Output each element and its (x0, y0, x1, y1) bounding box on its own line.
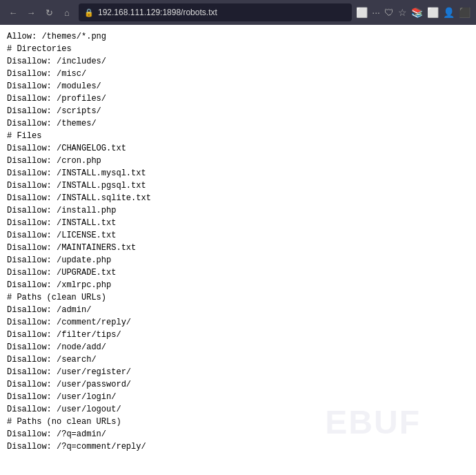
content-area: Allow: /themes/*.png# DirectoriesDisallo… (0, 25, 476, 475)
list-item: Disallow: /filter/tips/ (7, 329, 469, 341)
list-item: # Paths (clean URLs) (7, 291, 469, 304)
menu-icon[interactable]: ··· (372, 7, 380, 18)
tab-icon[interactable]: ⬜ (427, 7, 439, 18)
list-item: # Paths (no clean URLs) (7, 416, 469, 428)
list-item: Disallow: /install.php (7, 204, 469, 217)
list-item: Disallow: /MAINTAINERS.txt (7, 242, 469, 254)
list-item: Disallow: /modules/ (7, 80, 469, 93)
list-item: Disallow: /comment/reply/ (7, 316, 469, 329)
list-item: Disallow: /LICENSE.txt (7, 229, 469, 242)
address-text: 192.168.111.129:1898/robots.txt (98, 8, 346, 17)
bookmarks-icon[interactable]: 📚 (411, 7, 423, 18)
forward-button[interactable]: → (23, 5, 39, 20)
lock-icon: 🔒 (84, 8, 94, 17)
list-item: Disallow: /themes/ (7, 117, 469, 130)
profile-icon[interactable]: 👤 (443, 7, 455, 18)
list-item: Disallow: /user/logout/ (7, 403, 469, 416)
browser-toolbar: ← → ↻ ⌂ 🔒 192.168.111.129:1898/robots.tx… (0, 0, 476, 25)
list-item: Disallow: /user/login/ (7, 391, 469, 403)
list-item: Allow: /themes/*.png (7, 30, 469, 43)
list-item: Disallow: /xmlrpc.php (7, 279, 469, 291)
browser-chrome: ← → ↻ ⌂ 🔒 192.168.111.129:1898/robots.tx… (0, 0, 476, 25)
star-icon[interactable]: ☆ (398, 7, 407, 18)
list-item: Disallow: /includes/ (7, 55, 469, 68)
list-item: Disallow: /admin/ (7, 304, 469, 316)
list-item: Disallow: /INSTALL.sqlite.txt (7, 192, 469, 204)
list-item: Disallow: /INSTALL.mysql.txt (7, 167, 469, 180)
list-item: Disallow: /UPGRADE.txt (7, 266, 469, 279)
list-item: Disallow: /CHANGELOG.txt (7, 142, 469, 155)
toolbar-right: ⬜ ··· 🛡 ☆ 📚 ⬜ 👤 ⬛ (356, 7, 470, 18)
reload-button[interactable]: ↻ (41, 5, 57, 20)
list-item: Disallow: /node/add/ (7, 341, 469, 353)
home-button[interactable]: ⌂ (59, 5, 75, 20)
list-item: Disallow: /misc/ (7, 68, 469, 80)
list-item: # Files (7, 130, 469, 142)
list-item: Disallow: /INSTALL.pgsql.txt (7, 180, 469, 192)
list-item: Disallow: /?q=comment/reply/ (7, 440, 469, 453)
address-bar[interactable]: 🔒 192.168.111.129:1898/robots.txt (79, 3, 352, 21)
nav-buttons: ← → ↻ ⌂ (6, 5, 75, 20)
extensions-icon[interactable]: ⬛ (459, 7, 470, 18)
list-item: Disallow: /scripts/ (7, 105, 469, 117)
list-item: Disallow: /?q=admin/ (7, 428, 469, 440)
list-item: Disallow: /cron.php (7, 155, 469, 167)
back-button[interactable]: ← (6, 5, 21, 20)
shield-icon[interactable]: 🛡 (384, 7, 394, 18)
list-item: Disallow: /user/password/ (7, 378, 469, 391)
list-item: Disallow: /search/ (7, 353, 469, 366)
list-item: # Directories (7, 43, 469, 55)
list-item: Disallow: /update.php (7, 254, 469, 266)
tablet-icon[interactable]: ⬜ (356, 7, 368, 18)
list-item: Disallow: /INSTALL.txt (7, 217, 469, 229)
list-item: Disallow: /profiles/ (7, 93, 469, 105)
list-item: Disallow: /user/register/ (7, 366, 469, 378)
robots-content: Allow: /themes/*.png# DirectoriesDisallo… (7, 30, 469, 453)
